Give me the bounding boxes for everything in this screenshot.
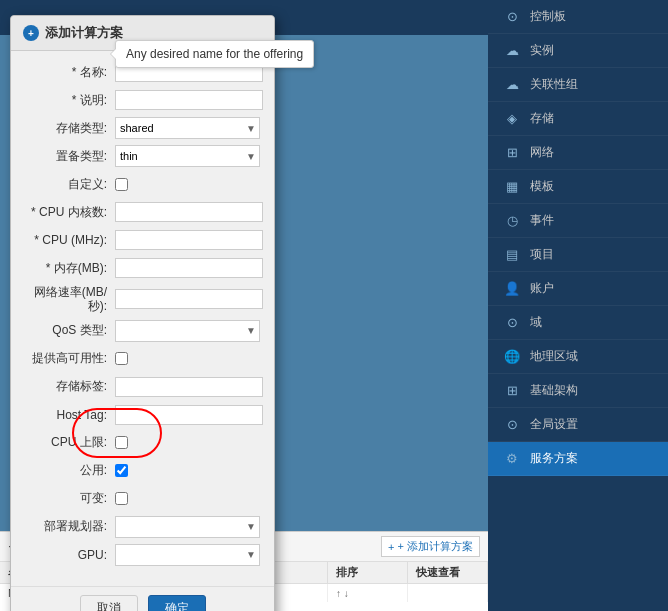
row-order: ↑ ↓ [328,584,408,602]
name-label: * 名称: [25,64,115,81]
sidebar-label-instances: 实例 [530,42,554,59]
sidebar-item-service-plans[interactable]: ⚙ 服务方案 [488,442,668,476]
qos-select-wrapper: ▼ [115,320,260,342]
sidebar-label-storage: 存储 [530,110,554,127]
sidebar-label-dashboard: 控制板 [530,8,566,25]
deployment-row: 部署规划器: ▼ [25,516,260,538]
add-compute-plan-button[interactable]: + + 添加计算方案 [381,536,480,557]
gpu-label: GPU: [25,548,115,562]
network-speed-label: 网络速率(MB/秒): [25,285,115,314]
sidebar-label-events: 事件 [530,212,554,229]
custom-checkbox[interactable] [115,178,128,191]
storage-type-select-wrapper: shared local ▼ [115,117,260,139]
volatile-label: 可变: [25,490,115,507]
cpu-mhz-input[interactable] [115,230,263,250]
volatile-checkbox[interactable] [115,492,128,505]
sidebar-item-templates[interactable]: ▦ 模板 [488,170,668,204]
provision-type-select-wrapper: thin thick sparse ▼ [115,145,260,167]
desc-row: * 说明: [25,89,260,111]
sidebar-label-affinity: 关联性组 [530,76,578,93]
sidebar-item-projects[interactable]: ▤ 项目 [488,238,668,272]
tooltip-text: Any desired name for the offering [126,47,303,61]
sidebar-item-dashboard[interactable]: ⊙ 控制板 [488,0,668,34]
deployment-label: 部署规划器: [25,518,115,535]
add-compute-plan-dialog: + 添加计算方案 * 名称: * 说明: 存储类型: shared local … [10,15,275,611]
host-tag-row: Host Tag: [25,404,260,426]
volatile-row: 可变: [25,488,260,510]
geo-icon: 🌐 [504,349,520,365]
sidebar-item-affinity[interactable]: ☁ 关联性组 [488,68,668,102]
public-checkbox[interactable] [115,464,128,477]
gpu-row: GPU: ▼ [25,544,260,566]
ha-row: 提供高可用性: [25,348,260,370]
sidebar: ⊙ 控制板 ☁ 实例 ☁ 关联性组 ◈ 存储 ⊞ 网络 ▦ 模板 ◷ 事件 ▤ … [488,0,668,611]
sidebar-label-geo: 地理区域 [530,348,578,365]
storage-tag-row: 存储标签: [25,376,260,398]
sidebar-label-infra: 基础架构 [530,382,578,399]
sidebar-item-storage[interactable]: ◈ 存储 [488,102,668,136]
sidebar-item-domain[interactable]: ⊙ 域 [488,306,668,340]
dashboard-icon: ⊙ [504,9,520,25]
sidebar-item-events[interactable]: ◷ 事件 [488,204,668,238]
sidebar-item-infra[interactable]: ⊞ 基础架构 [488,374,668,408]
projects-icon: ▤ [504,247,520,263]
desc-input[interactable] [115,90,263,110]
provision-type-row: 置备类型: thin thick sparse ▼ [25,145,260,167]
provision-type-select[interactable]: thin thick sparse [115,145,260,167]
storage-type-label: 存储类型: [25,120,115,137]
storage-type-select[interactable]: shared local [115,117,260,139]
sidebar-item-instances[interactable]: ☁ 实例 [488,34,668,68]
accounts-icon: 👤 [504,281,520,297]
cpu-limit-checkbox[interactable] [115,436,128,449]
sidebar-label-global-settings: 全局设置 [530,416,578,433]
qos-row: QoS 类型: ▼ [25,320,260,342]
cpu-cores-input[interactable] [115,202,263,222]
storage-tag-input[interactable] [115,377,263,397]
sidebar-label-domain: 域 [530,314,542,331]
domain-icon: ⊙ [504,315,520,331]
deployment-select[interactable] [115,516,260,538]
sidebar-label-service-plans: 服务方案 [530,450,578,467]
qos-label: QoS 类型: [25,322,115,339]
dialog-title-icon: + [23,25,39,41]
service-plans-icon: ⚙ [504,451,520,467]
row-actions [408,584,488,602]
memory-row: * 内存(MB): [25,257,260,279]
ok-button[interactable]: 确定 [148,595,206,611]
cpu-mhz-label: * CPU (MHz): [25,233,115,247]
cpu-cores-label: * CPU 内核数: [25,204,115,221]
sidebar-item-accounts[interactable]: 👤 账户 [488,272,668,306]
dialog-title-text: 添加计算方案 [45,24,123,42]
col-header-order: 排序 [328,562,408,583]
custom-label: 自定义: [25,176,115,193]
network-speed-row: 网络速率(MB/秒): [25,285,260,314]
memory-input[interactable] [115,258,263,278]
desc-label: * 说明: [25,92,115,109]
network-speed-input[interactable] [115,289,263,309]
qos-select[interactable] [115,320,260,342]
sidebar-label-network: 网络 [530,144,554,161]
global-settings-icon: ⊙ [504,417,520,433]
sidebar-label-templates: 模板 [530,178,554,195]
tooltip: Any desired name for the offering [115,40,314,68]
sidebar-label-accounts: 账户 [530,280,554,297]
affinity-icon: ☁ [504,77,520,93]
dialog-footer: 取消 确定 [11,586,274,611]
ha-checkbox[interactable] [115,352,128,365]
storage-tag-label: 存储标签: [25,378,115,395]
custom-row: 自定义: [25,173,260,195]
host-tag-input[interactable] [115,405,263,425]
gpu-select[interactable] [115,544,260,566]
cpu-limit-row: CPU 上限: [25,432,260,454]
public-label: 公用: [25,462,115,479]
sidebar-item-geo[interactable]: 🌐 地理区域 [488,340,668,374]
sidebar-item-global-settings[interactable]: ⊙ 全局设置 [488,408,668,442]
dialog-body: * 名称: * 说明: 存储类型: shared local ▼ 置备类型: [11,51,274,582]
storage-icon: ◈ [504,111,520,127]
sidebar-item-network[interactable]: ⊞ 网络 [488,136,668,170]
deployment-select-wrapper: ▼ [115,516,260,538]
cancel-button[interactable]: 取消 [80,595,138,611]
storage-type-row: 存储类型: shared local ▼ [25,117,260,139]
add-icon: + [388,541,394,553]
network-icon: ⊞ [504,145,520,161]
